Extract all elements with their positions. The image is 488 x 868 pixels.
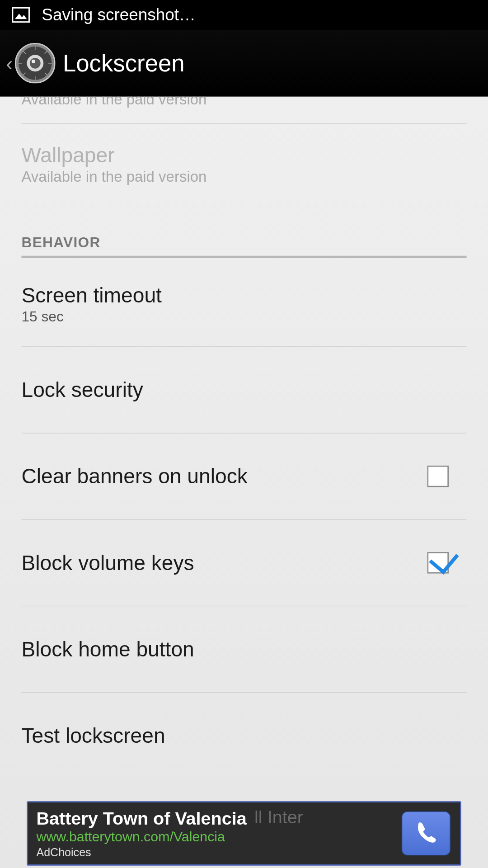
status-text: Saving screenshot… xyxy=(42,5,196,24)
setting-title: Clear banners on unlock xyxy=(21,464,247,488)
checkbox[interactable] xyxy=(427,466,449,487)
section-header-behavior: BEHAVIOR xyxy=(21,204,466,258)
setting-row-block-home[interactable]: Block home button xyxy=(21,606,466,693)
svg-point-14 xyxy=(32,60,35,63)
ad-background-text: ll Inter xyxy=(254,807,303,828)
status-bar: Saving screenshot… xyxy=(0,0,488,30)
setting-title: Block home button xyxy=(21,637,194,661)
setting-row-block-volume[interactable]: Block volume keys xyxy=(21,520,466,606)
setting-row-test-lockscreen[interactable]: Test lockscreen xyxy=(21,693,466,778)
svg-rect-0 xyxy=(13,8,29,22)
svg-marker-1 xyxy=(15,14,27,19)
setting-subtitle: 15 sec xyxy=(21,308,161,325)
app-bar[interactable]: ‹ Lockscreen xyxy=(0,30,488,97)
setting-subtitle: Available in the paid version xyxy=(21,97,206,108)
back-chevron-icon[interactable]: ‹ xyxy=(6,52,13,75)
ad-url: www.batterytown.com/Valencia xyxy=(36,828,246,844)
setting-subtitle: Available in the paid version xyxy=(21,168,206,185)
safe-dial-icon xyxy=(15,43,56,84)
ad-title: Battery Town of Valencia xyxy=(36,808,246,828)
content-area: Available in the paid version Wallpaper … xyxy=(0,97,488,868)
setting-title: Block volume keys xyxy=(21,551,194,575)
ad-banner[interactable]: ll Inter Battery Town of Valencia www.ba… xyxy=(27,801,461,865)
page-title: Lockscreen xyxy=(63,50,185,76)
setting-row-paid-partial: Available in the paid version xyxy=(21,97,466,124)
call-button[interactable] xyxy=(402,811,450,856)
setting-title: Test lockscreen xyxy=(21,724,165,748)
setting-title: Lock security xyxy=(21,378,143,402)
setting-row-screen-timeout[interactable]: Screen timeout 15 sec xyxy=(21,262,466,347)
picture-icon xyxy=(12,7,30,23)
setting-title: Wallpaper xyxy=(21,143,206,167)
checkbox[interactable] xyxy=(427,552,449,573)
setting-title: Screen timeout xyxy=(21,283,161,307)
svg-point-13 xyxy=(30,58,41,69)
setting-row-clear-banners[interactable]: Clear banners on unlock xyxy=(21,434,466,520)
ad-choices-label: AdChoices xyxy=(36,846,246,859)
phone-icon xyxy=(413,819,439,848)
setting-row-lock-security[interactable]: Lock security xyxy=(21,347,466,433)
section-header-text: BEHAVIOR xyxy=(21,234,100,250)
setting-row-wallpaper: Wallpaper Available in the paid version xyxy=(21,124,466,204)
